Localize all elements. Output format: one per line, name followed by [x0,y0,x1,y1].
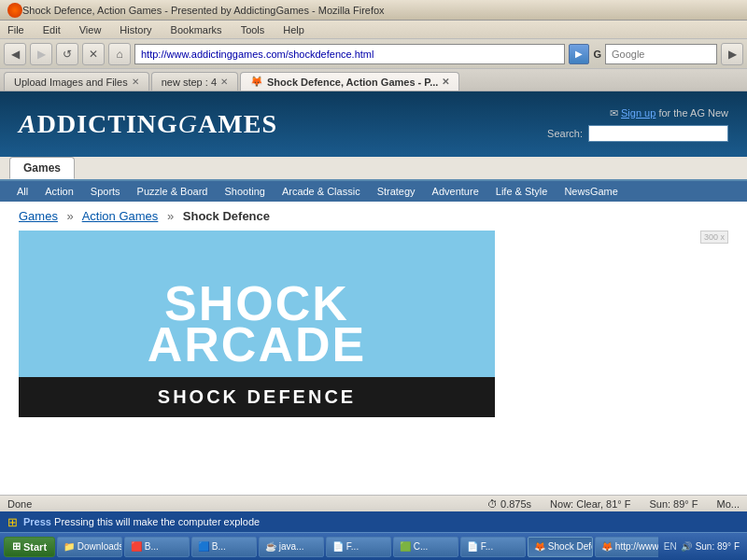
marquee-text: Pressing this will make the computer exp… [54,516,260,527]
breadcrumb: Games » Action Games » Shock Defence [0,202,747,231]
status-speed: ⏱ 0.875s [487,498,531,510]
header-right: ✉ Sign up for the AG New Search: [547,107,728,142]
menu-bookmarks[interactable]: Bookmarks [167,22,226,37]
start-label: Start [23,541,47,553]
taskbar-downloads[interactable]: 📁 Downloads [57,537,122,557]
status-text: Done [7,498,469,510]
back-button[interactable]: ◀ [4,43,26,65]
taskbar-http[interactable]: 🦊 http://www... [595,537,658,557]
search-go-button[interactable]: ▶ [721,43,743,65]
nav-bar: ◀ ▶ ↺ ✕ ⌂ ▶ G ▶ [0,39,747,69]
game-frame[interactable]: SHOCK ARCADE SHOCK DEFENCE [19,231,495,417]
cat-sports[interactable]: Sports [83,183,128,200]
menu-history[interactable]: History [116,22,155,37]
menu-view[interactable]: View [76,22,106,37]
taskbar-f1[interactable]: 📄 F... [326,537,391,557]
menu-file[interactable]: File [4,22,28,37]
reload-button[interactable]: ↺ [56,43,78,65]
cat-lifestyle[interactable]: Life & Style [488,183,556,200]
forward-button[interactable]: ▶ [30,43,52,65]
tab-shockdefence-label: Shock Defence, Action Games - P... [267,77,438,88]
game-area: 300 x SHOCK ARCADE SHOCK DEFENCE [0,231,747,495]
breadcrumb-games[interactable]: Games [19,209,58,223]
cat-all[interactable]: All [9,183,35,200]
site-search-input[interactable] [588,125,728,142]
home-button[interactable]: ⌂ [108,43,131,65]
tab-shockdefence-icon: 🦊 [250,76,263,88]
cat-action[interactable]: Action [37,183,81,200]
taskbar-java[interactable]: ☕ java... [259,537,324,557]
game-title-bar: SHOCK DEFENCE [19,377,495,417]
tab-upload-label: Upload Images and Files [14,77,128,88]
taskbar-f2[interactable]: 📄 F... [460,537,526,557]
signup-line: ✉ Sign up for the AG New [610,107,728,119]
tab-upload[interactable]: Upload Images and Files ✕ [4,72,149,91]
cat-strategy[interactable]: Strategy [370,183,423,200]
taskbar-c1[interactable]: 🟩 C... [393,537,458,557]
firefox-window: Shock Defence, Action Games - Presented … [0,0,747,560]
address-bar[interactable] [134,44,565,64]
breadcrumb-action-games[interactable]: Action Games [82,209,159,223]
title-bar: Shock Defence, Action Games - Presented … [0,0,747,21]
menu-bar: File Edit View History Bookmarks Tools H… [0,21,747,39]
menu-tools[interactable]: Tools [237,22,269,37]
cat-shooting[interactable]: Shooting [217,183,272,200]
games-tab-label: Games [23,161,61,175]
cat-newsgame[interactable]: NewsGame [557,183,625,200]
cat-adventure[interactable]: Adventure [425,183,486,200]
go-button[interactable]: ▶ [569,44,589,64]
cat-arcade[interactable]: Arcade & Classic [275,183,368,200]
menu-edit[interactable]: Edit [39,22,64,37]
taskbar: ⊞ Start 📁 Downloads 🟥 B... 🟦 B... ☕ java… [0,532,747,560]
tab-shockdefence-close[interactable]: ✕ [442,77,449,87]
tray-time: Sun: 89° F [696,541,740,552]
stop-button[interactable]: ✕ [82,43,105,65]
start-button[interactable]: ⊞ Start [4,537,55,557]
games-tab[interactable]: Games [9,157,75,179]
browser-content: ADDICTINGGAMES ✉ Sign up for the AG New … [0,91,747,495]
window-title: Shock Defence, Action Games - Presented … [22,5,385,16]
signup-link[interactable]: Sign up [621,107,655,119]
google-search-label: G [593,49,601,60]
category-bar: All Action Sports Puzzle & Board Shootin… [0,181,747,202]
marquee-prefix: Press [23,516,51,527]
google-search-input[interactable] [605,44,717,64]
start-icon: ⊞ [12,540,21,553]
search-row: Search: [547,125,728,142]
firefox-icon [7,3,22,18]
game-title: SHOCK DEFENCE [158,386,356,407]
tabs-bar: Upload Images and Files ✕ new step : 4 ✕… [0,69,747,91]
taskbar-shockdefence[interactable]: 🦊 Shock Defen... [528,537,593,557]
status-more: Mo... [717,498,740,510]
breadcrumb-current: Shock Defence [183,209,270,223]
search-label: Search: [547,128,583,139]
tab-shockdefence[interactable]: 🦊 Shock Defence, Action Games - P... ✕ [240,72,459,91]
site-header: ADDICTINGGAMES ✉ Sign up for the AG New … [0,91,747,157]
tray-sound: 🔊 [681,541,692,552]
tray-lang: EN [664,541,677,552]
system-tray: EN 🔊 Sun: 89° F [660,541,743,552]
windows-icon: ⊞ [7,515,18,529]
marquee-bar: ⊞ Press Pressing this will make the comp… [0,511,747,532]
taskbar-b2[interactable]: 🟦 B... [191,537,257,557]
menu-help[interactable]: Help [279,22,308,37]
cat-puzzle[interactable]: Puzzle & Board [130,183,216,200]
game-splash-text: SHOCK ARCADE [148,279,366,369]
taskbar-b1[interactable]: 🟥 B... [124,537,190,557]
site-logo: ADDICTINGGAMES [19,109,277,139]
tab-newstep-close[interactable]: ✕ [220,77,228,87]
status-weather: Now: Clear, 81° F [550,498,630,510]
signup-text: for the AG New [658,107,728,119]
tab-upload-close[interactable]: ✕ [132,77,139,87]
site-nav-tabs: Games [0,157,747,181]
status-temp: Sun: 89° F [649,498,698,510]
ad-label: 300 x [700,231,728,244]
tab-newstep[interactable]: new step : 4 ✕ [151,72,238,91]
status-bar: Done ⏱ 0.875s Now: Clear, 81° F Sun: 89°… [0,495,747,511]
tab-newstep-label: new step : 4 [162,77,217,88]
arcade-word: ARCADE [148,320,366,369]
taskbar-items: 📁 Downloads 🟥 B... 🟦 B... ☕ java... 📄 F.… [57,537,658,557]
